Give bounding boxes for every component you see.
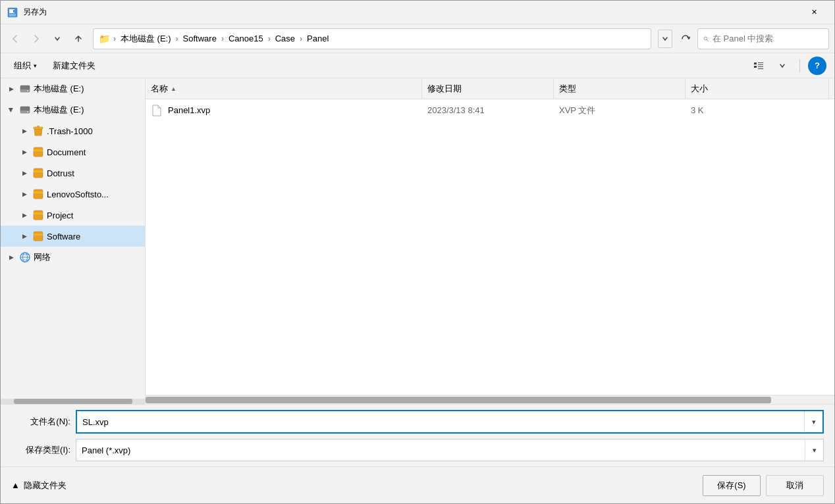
sidebar-label-local-drive-2: 本地磁盘 (E:)	[34, 104, 140, 116]
col-header-name[interactable]: 名称 ▲	[146, 78, 422, 99]
organize-button[interactable]: 组织 ▾	[9, 57, 42, 74]
view-dropdown-button[interactable]	[773, 57, 792, 75]
sidebar-item-network[interactable]: ▶ 网络	[1, 247, 145, 268]
breadcrumb-part-4[interactable]: Case	[273, 32, 298, 45]
breadcrumb-dropdown-button[interactable]	[658, 30, 672, 48]
sidebar-item-trash[interactable]: ▶ .Trash-1000	[1, 120, 145, 141]
footer-buttons: 保存(S) 取消	[703, 475, 824, 496]
sidebar-item-document[interactable]: ▶ Document	[1, 141, 145, 163]
window-controls: ✕	[799, 1, 829, 24]
breadcrumb-part-3[interactable]: Canoe15	[226, 32, 266, 45]
software-folder-icon	[32, 230, 44, 242]
view-options-button[interactable]	[749, 57, 768, 75]
sidebar-scrollbar[interactable]	[1, 399, 146, 404]
expand-arrow-expanded-icon: ▶	[6, 105, 16, 115]
svg-rect-21	[34, 170, 43, 172]
breadcrumb-part-2[interactable]: Software	[180, 32, 219, 45]
file-date-cell: 2023/3/13 8:41	[422, 99, 554, 121]
horizontal-scrollbar[interactable]	[146, 395, 834, 404]
sidebar-scrollbar-thumb	[14, 399, 132, 404]
filename-input[interactable]	[77, 411, 804, 432]
network-expand-icon: ▶	[6, 252, 16, 263]
hide-folder-label: 隐藏文件夹	[24, 480, 67, 491]
forward-button[interactable]	[27, 30, 45, 48]
document-expand-icon: ▶	[19, 147, 30, 157]
filename-input-wrapper: ▾	[76, 410, 824, 434]
drive-icon	[19, 83, 31, 95]
sidebar-label-trash: .Trash-1000	[47, 126, 140, 136]
filename-row: 文件名(N): ▾	[11, 410, 824, 434]
svg-rect-10	[758, 66, 763, 67]
filename-label: 文件名(N):	[11, 416, 70, 428]
sidebar-item-project[interactable]: ▶ Project	[1, 205, 145, 226]
svg-rect-24	[34, 234, 43, 236]
filetype-row: 保存类型(I): ▾	[11, 439, 824, 461]
view-icon	[753, 61, 764, 71]
help-button[interactable]: ?	[808, 57, 826, 75]
breadcrumb-folder-icon: 📁	[99, 34, 110, 44]
col-header-size[interactable]: 大小	[686, 78, 829, 99]
new-folder-button[interactable]: 新建文件夹	[47, 57, 101, 74]
svg-rect-3	[13, 10, 14, 13]
lenovo-expand-icon: ▶	[19, 189, 30, 199]
refresh-button[interactable]	[676, 30, 695, 48]
file-icon	[151, 105, 163, 116]
back-button[interactable]	[6, 30, 24, 48]
software-expand-icon: ▶	[19, 231, 30, 241]
close-button[interactable]: ✕	[799, 1, 829, 24]
table-row[interactable]: Panel1.xvp 2023/3/13 8:41 XVP 文件 3 K	[146, 99, 834, 122]
search-box	[697, 28, 829, 49]
up-button[interactable]	[69, 30, 88, 48]
main-content: ▶ 本地磁盘 (E:) ▶ 本地磁盘 (E:) ▶	[1, 78, 834, 404]
sidebar-item-local-drive-1[interactable]: ▶ 本地磁盘 (E:)	[1, 78, 145, 99]
sidebar-item-local-drive-2[interactable]: ▶ 本地磁盘 (E:)	[1, 99, 145, 120]
svg-rect-22	[34, 191, 43, 193]
file-type-cell: XVP 文件	[554, 99, 686, 121]
bottom-form-section: 文件名(N): ▾ 保存类型(I): ▾	[1, 404, 834, 466]
file-name-cell: Panel1.xvp	[146, 99, 422, 121]
file-list-header: 名称 ▲ 修改日期 类型 大小	[146, 78, 834, 99]
filetype-input[interactable]	[76, 440, 805, 461]
svg-rect-2	[9, 14, 16, 16]
trash-folder-icon	[32, 125, 44, 137]
svg-rect-7	[754, 66, 757, 68]
search-input[interactable]	[713, 34, 823, 43]
sort-icon: ▲	[171, 86, 176, 92]
drive-icon-2	[19, 104, 31, 116]
svg-rect-20	[34, 149, 43, 151]
filename-dropdown-button[interactable]: ▾	[804, 411, 822, 432]
document-folder-icon	[32, 146, 44, 158]
sidebar-label-dotrust: Dotrust	[47, 168, 140, 178]
hide-folder-control[interactable]: ▲ 隐藏文件夹	[11, 480, 67, 491]
lenovo-folder-icon	[32, 188, 44, 200]
file-size-cell: 3 K	[686, 99, 829, 121]
breadcrumb-part-5[interactable]: Panel	[304, 32, 331, 45]
svg-point-17	[27, 111, 28, 113]
cancel-button[interactable]: 取消	[766, 475, 824, 496]
nav-toolbar: 📁 › 本地磁盘 (E:) › Software › Canoe15 › Cas…	[1, 24, 834, 53]
sidebar-label-lenovo: LenovoSoftsto...	[47, 189, 140, 199]
col-header-date[interactable]: 修改日期	[422, 78, 554, 99]
nav-dropdown-button[interactable]	[48, 30, 67, 48]
sidebar-label-project: Project	[47, 211, 140, 220]
svg-line-5	[707, 39, 708, 41]
sidebar: ▶ 本地磁盘 (E:) ▶ 本地磁盘 (E:) ▶	[1, 78, 146, 404]
dotrust-expand-icon: ▶	[19, 168, 30, 178]
sidebar-item-dotrust[interactable]: ▶ Dotrust	[1, 163, 145, 184]
hscroll-thumb	[146, 397, 771, 403]
hide-folder-icon: ▲	[11, 480, 20, 490]
svg-rect-11	[758, 68, 763, 69]
svg-rect-19	[37, 126, 40, 127]
dialog-title: 另存为	[23, 7, 799, 18]
sidebar-scroll-area[interactable]: ▶ 本地磁盘 (E:) ▶ 本地磁盘 (E:) ▶	[1, 78, 145, 399]
svg-rect-8	[758, 63, 763, 63]
breadcrumb-part-1[interactable]: 本地磁盘 (E:)	[118, 32, 174, 46]
col-header-type[interactable]: 类型	[554, 78, 686, 99]
filetype-dropdown-button[interactable]: ▾	[805, 440, 823, 461]
save-button[interactable]: 保存(S)	[703, 475, 761, 496]
svg-rect-6	[754, 63, 757, 64]
title-icon	[6, 6, 19, 19]
sidebar-item-lenovo[interactable]: ▶ LenovoSoftsto...	[1, 184, 145, 205]
project-expand-icon: ▶	[19, 210, 30, 220]
sidebar-item-software[interactable]: ▶ Software	[1, 226, 145, 247]
